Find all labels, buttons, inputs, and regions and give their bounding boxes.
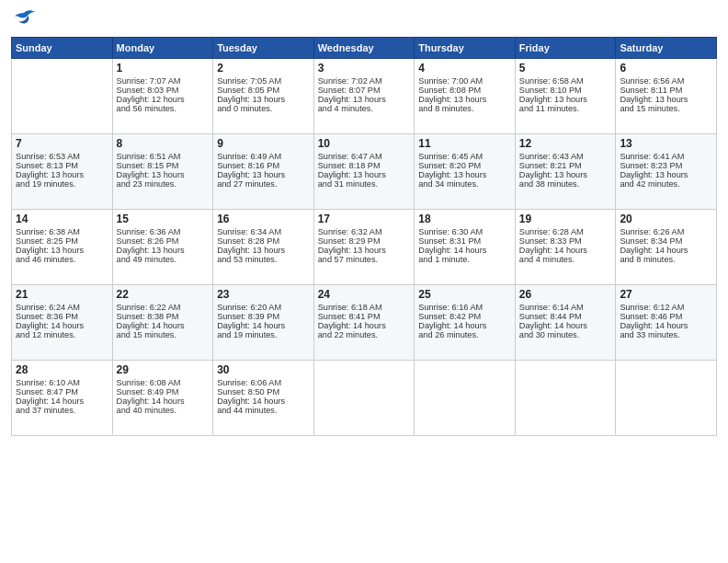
calendar-cell: 13Sunrise: 6:41 AMSunset: 8:23 PMDayligh… bbox=[616, 134, 717, 210]
day-number: 12 bbox=[519, 137, 612, 150]
day-info: Sunrise: 6:45 AM bbox=[418, 152, 511, 161]
day-info: Sunrise: 6:43 AM bbox=[519, 152, 612, 161]
day-info: Sunrise: 6:38 AM bbox=[16, 227, 108, 236]
day-info: Sunrise: 6:51 AM bbox=[117, 152, 210, 161]
day-info: Sunrise: 6:12 AM bbox=[620, 303, 712, 312]
day-info: and 19 minutes. bbox=[16, 179, 108, 189]
calendar-cell: 21Sunrise: 6:24 AMSunset: 8:36 PMDayligh… bbox=[12, 285, 113, 361]
day-number: 11 bbox=[418, 137, 511, 150]
day-number: 15 bbox=[117, 213, 210, 225]
day-info: Daylight: 14 hours bbox=[16, 321, 108, 330]
day-info: Sunset: 8:42 PM bbox=[418, 312, 511, 321]
day-info: Daylight: 13 hours bbox=[16, 170, 108, 179]
day-info: Daylight: 13 hours bbox=[519, 170, 612, 179]
day-info: Sunrise: 7:07 AM bbox=[117, 76, 210, 86]
day-info: Sunset: 8:50 PM bbox=[217, 387, 310, 396]
day-info: and 30 minutes. bbox=[519, 330, 612, 339]
day-number: 3 bbox=[318, 62, 411, 75]
day-info: Sunrise: 6:14 AM bbox=[519, 303, 612, 312]
day-info: Daylight: 13 hours bbox=[418, 95, 511, 104]
day-info: Sunset: 8:49 PM bbox=[117, 387, 210, 396]
day-info: Sunset: 8:41 PM bbox=[318, 312, 411, 321]
day-info: Sunrise: 6:36 AM bbox=[117, 227, 210, 236]
calendar-cell: 20Sunrise: 6:26 AMSunset: 8:34 PMDayligh… bbox=[616, 210, 717, 285]
weekday-header: Thursday bbox=[415, 38, 516, 59]
logo bbox=[11, 9, 40, 29]
day-info: Sunrise: 7:02 AM bbox=[318, 76, 411, 86]
day-info: Sunset: 8:13 PM bbox=[16, 161, 108, 170]
day-info: Sunrise: 6:08 AM bbox=[117, 378, 210, 387]
day-info: Daylight: 12 hours bbox=[117, 95, 210, 104]
calendar-cell bbox=[415, 361, 516, 436]
day-info: Daylight: 13 hours bbox=[117, 246, 210, 255]
day-info: Daylight: 13 hours bbox=[620, 95, 712, 104]
day-info: and 4 minutes. bbox=[519, 255, 612, 264]
day-info: and 8 minutes. bbox=[418, 104, 511, 113]
day-info: Daylight: 14 hours bbox=[620, 246, 712, 255]
day-info: and 44 minutes. bbox=[217, 406, 310, 415]
day-info: Daylight: 13 hours bbox=[217, 95, 310, 104]
calendar-cell bbox=[515, 361, 616, 436]
day-info: Daylight: 13 hours bbox=[217, 246, 310, 255]
day-info: Sunset: 8:23 PM bbox=[620, 161, 712, 170]
day-info: and 12 minutes. bbox=[16, 330, 108, 339]
day-number: 6 bbox=[620, 62, 712, 75]
day-info: Sunrise: 6:22 AM bbox=[117, 303, 210, 312]
calendar-cell: 8Sunrise: 6:51 AMSunset: 8:15 PMDaylight… bbox=[112, 134, 213, 210]
day-info: and 46 minutes. bbox=[16, 255, 108, 264]
day-info: Daylight: 13 hours bbox=[217, 170, 310, 179]
day-info: and 34 minutes. bbox=[418, 179, 511, 189]
day-info: Sunrise: 6:49 AM bbox=[217, 152, 310, 161]
day-info: Sunrise: 6:47 AM bbox=[318, 152, 411, 161]
weekday-header: Sunday bbox=[12, 38, 113, 59]
calendar-cell: 23Sunrise: 6:20 AMSunset: 8:39 PMDayligh… bbox=[213, 285, 314, 361]
day-info: Sunrise: 6:34 AM bbox=[217, 227, 310, 236]
day-number: 27 bbox=[620, 288, 712, 301]
day-info: and 15 minutes. bbox=[117, 330, 210, 339]
day-info: and 8 minutes. bbox=[620, 255, 712, 264]
day-number: 17 bbox=[318, 213, 411, 225]
calendar-cell: 29Sunrise: 6:08 AMSunset: 8:49 PMDayligh… bbox=[112, 361, 213, 436]
day-number: 29 bbox=[117, 363, 210, 376]
day-info: Sunrise: 6:41 AM bbox=[620, 152, 712, 161]
day-info: Sunset: 8:28 PM bbox=[217, 236, 310, 246]
calendar-cell: 1Sunrise: 7:07 AMSunset: 8:03 PMDaylight… bbox=[112, 59, 213, 134]
header bbox=[11, 9, 717, 29]
calendar-week-row: 14Sunrise: 6:38 AMSunset: 8:25 PMDayligh… bbox=[12, 210, 717, 285]
day-info: Daylight: 14 hours bbox=[418, 246, 511, 255]
day-number: 26 bbox=[519, 288, 612, 301]
day-number: 8 bbox=[117, 137, 210, 150]
day-info: and 15 minutes. bbox=[620, 104, 712, 113]
day-info: and 42 minutes. bbox=[620, 179, 712, 189]
day-info: Sunset: 8:31 PM bbox=[418, 236, 511, 246]
day-info: Daylight: 13 hours bbox=[117, 170, 210, 179]
day-info: Daylight: 14 hours bbox=[217, 321, 310, 330]
weekday-header: Wednesday bbox=[313, 38, 415, 59]
day-number: 5 bbox=[519, 62, 612, 75]
day-info: Sunrise: 7:00 AM bbox=[418, 76, 511, 86]
day-info: Sunset: 8:21 PM bbox=[519, 161, 612, 170]
day-number: 14 bbox=[16, 213, 108, 225]
day-info: Sunset: 8:20 PM bbox=[418, 161, 511, 170]
calendar-cell: 5Sunrise: 6:58 AMSunset: 8:10 PMDaylight… bbox=[515, 59, 616, 134]
calendar-cell: 16Sunrise: 6:34 AMSunset: 8:28 PMDayligh… bbox=[213, 210, 314, 285]
day-info: Sunset: 8:18 PM bbox=[318, 161, 411, 170]
day-info: and 11 minutes. bbox=[519, 104, 612, 113]
day-number: 4 bbox=[418, 62, 511, 75]
calendar-cell: 17Sunrise: 6:32 AMSunset: 8:29 PMDayligh… bbox=[313, 210, 415, 285]
day-info: Daylight: 13 hours bbox=[318, 246, 411, 255]
day-info: and 57 minutes. bbox=[318, 255, 411, 264]
day-info: Sunset: 8:38 PM bbox=[117, 312, 210, 321]
day-info: Sunrise: 6:26 AM bbox=[620, 227, 712, 236]
day-number: 28 bbox=[16, 363, 108, 376]
day-info: Sunrise: 6:53 AM bbox=[16, 152, 108, 161]
calendar-header-row: SundayMondayTuesdayWednesdayThursdayFrid… bbox=[12, 38, 717, 59]
calendar-cell: 12Sunrise: 6:43 AMSunset: 8:21 PMDayligh… bbox=[515, 134, 616, 210]
calendar-cell: 9Sunrise: 6:49 AMSunset: 8:16 PMDaylight… bbox=[213, 134, 314, 210]
day-info: Sunset: 8:36 PM bbox=[16, 312, 108, 321]
calendar-cell: 10Sunrise: 6:47 AMSunset: 8:18 PMDayligh… bbox=[313, 134, 415, 210]
calendar-cell bbox=[313, 361, 415, 436]
day-info: Sunset: 8:47 PM bbox=[16, 387, 108, 396]
day-info: and 40 minutes. bbox=[117, 406, 210, 415]
day-info: Sunrise: 6:30 AM bbox=[418, 227, 511, 236]
